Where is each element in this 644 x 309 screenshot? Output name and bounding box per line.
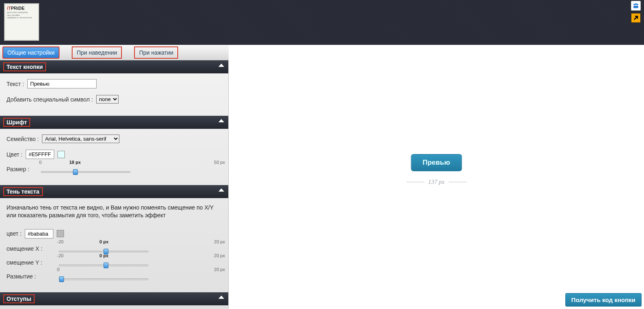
family-select[interactable]: Arial, Helvetica, sans-serif	[42, 135, 119, 143]
collapse-icon	[218, 64, 224, 67]
tab-hover[interactable]: При наведении	[72, 46, 122, 59]
size-slider[interactable]: 0 18 px 50 px	[41, 166, 222, 173]
section-padding-title: Отступы	[3, 294, 35, 303]
font-color-input[interactable]	[26, 150, 54, 159]
font-color-swatch[interactable]	[57, 151, 65, 158]
text-label: Текст :	[7, 81, 24, 87]
section-padding-head[interactable]: Отступы	[0, 292, 228, 305]
svg-rect-3	[633, 6, 638, 8]
preview-width-label: 137 px	[406, 179, 466, 185]
section-font-head[interactable]: Шрифт	[0, 116, 228, 129]
section-shadow-head[interactable]: Тень текста	[0, 185, 228, 198]
logo-subtitle: доступно каждому про онлайн графика и те…	[7, 11, 32, 19]
tabbar: Общие настройки При наведении При нажати…	[0, 45, 229, 60]
svg-point-2	[637, 4, 638, 5]
symbol-select[interactable]: none	[96, 95, 119, 104]
section-text-head[interactable]: Текст кнопки	[0, 60, 228, 73]
shadow-color-label: цвет :	[7, 230, 22, 237]
get-code-button[interactable]: Получить код кнопки	[565, 293, 642, 307]
header: iTPRiDE доступно каждому про онлайн граф…	[0, 0, 644, 45]
shadow-hint: Изначально тень от текста не видно, и Ва…	[7, 204, 222, 219]
font-color-label: Цвет :	[7, 151, 22, 158]
blur-slider[interactable]: 0 20 px	[59, 273, 222, 280]
tab-general[interactable]: Общие настройки	[2, 46, 60, 59]
svg-point-1	[635, 3, 637, 5]
collapse-icon	[218, 296, 224, 299]
section-font-title: Шрифт	[3, 118, 30, 127]
people-icon[interactable]	[631, 1, 641, 11]
tab-click[interactable]: При нажатии	[134, 46, 178, 59]
arrow-icon[interactable]	[631, 13, 641, 23]
offy-slider[interactable]: -20 0 px 20 px	[59, 259, 222, 266]
preview-button[interactable]: Превью	[411, 154, 462, 171]
offx-label: смещение X :	[7, 245, 47, 252]
shadow-color-swatch[interactable]	[57, 230, 64, 237]
family-label: Семейство :	[7, 136, 39, 142]
text-input[interactable]	[27, 79, 97, 88]
section-text-title: Текст кнопки	[3, 62, 46, 71]
section-shadow-title: Тень текста	[3, 187, 43, 196]
collapse-icon	[218, 119, 224, 122]
logo-brand: iTPRiDE	[7, 6, 24, 11]
blur-label: Размытие :	[7, 273, 47, 280]
svg-point-0	[633, 4, 635, 5]
logo: iTPRiDE доступно каждому про онлайн граф…	[4, 3, 39, 41]
collapse-icon	[218, 188, 224, 192]
offy-label: смещение Y :	[7, 259, 47, 266]
offx-slider[interactable]: -20 0 px 20 px	[59, 245, 222, 252]
shadow-color-input[interactable]	[25, 229, 53, 238]
settings-panel: Текст кнопки Текст : Добавить специальны…	[0, 60, 229, 309]
symbol-label: Добавить специальный символ :	[7, 96, 93, 103]
preview-panel: Превью 137 px	[229, 60, 644, 309]
size-label: Размер :	[7, 166, 29, 172]
